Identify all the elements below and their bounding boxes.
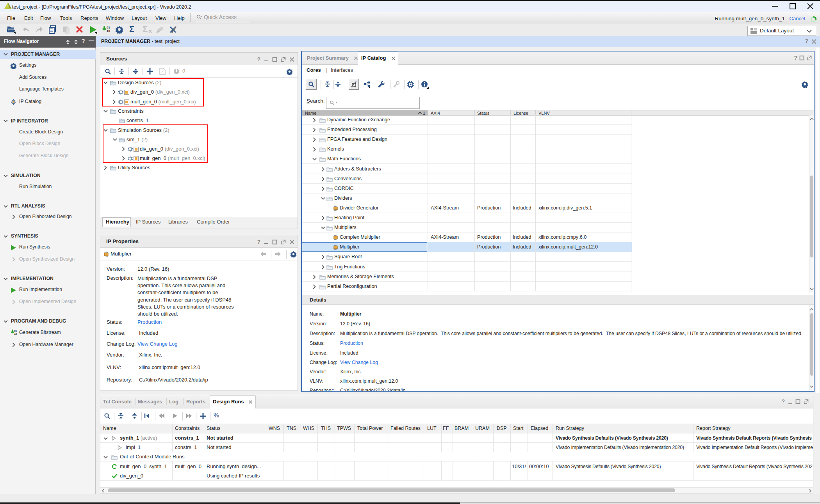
- svg-text:10: 10: [14, 332, 17, 335]
- svg-text:10: 10: [107, 29, 110, 33]
- svg-text:01: 01: [107, 26, 110, 29]
- svg-text:?: ?: [161, 70, 163, 74]
- svg-text:01: 01: [14, 330, 17, 332]
